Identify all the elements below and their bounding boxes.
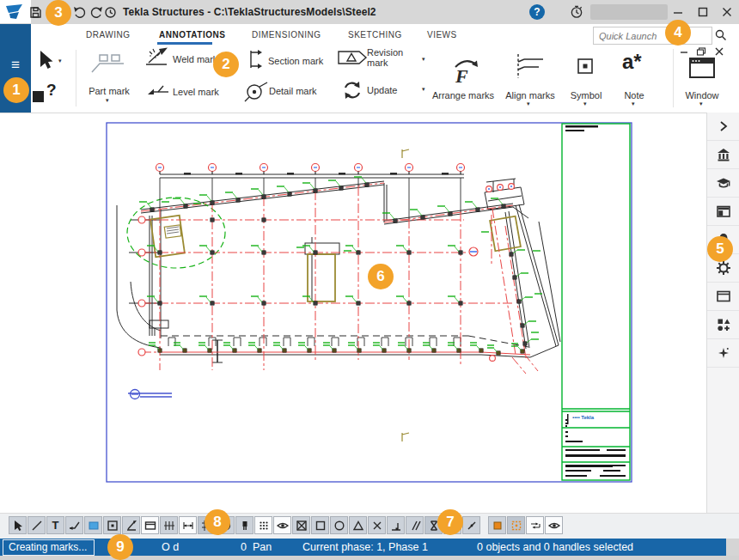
drawing-restore-button[interactable]: [696, 47, 706, 56]
part-mark-caret[interactable]: ▾: [106, 97, 109, 103]
minimize-button[interactable]: [671, 5, 685, 19]
snap-hidden-b-button[interactable]: [462, 516, 480, 534]
detail-mark-button[interactable]: [243, 81, 269, 103]
tab-dimensioning[interactable]: DIMENSIONING: [252, 30, 321, 40]
toolbar-leader-button[interactable]: [65, 516, 83, 534]
toolbar-symbol-button[interactable]: [103, 516, 121, 534]
snap-free-point-button[interactable]: [507, 516, 525, 534]
part-mark-label: Part mark: [84, 86, 134, 96]
snap-visibility-button[interactable]: [545, 516, 563, 534]
update-icon: [341, 80, 363, 100]
sidebar-warehouse-button[interactable]: [707, 141, 739, 169]
sidebar-components-button[interactable]: [707, 311, 739, 339]
title-bar: Tekla Structures - C:\TeklaStructuresMod…: [0, 0, 739, 25]
toolbar-dimension-button[interactable]: [179, 516, 197, 534]
detail-mark-icon: [243, 81, 269, 103]
note-caret[interactable]: ▾: [632, 100, 635, 107]
update-caret[interactable]: ▾: [422, 86, 425, 92]
level-mark-icon: [146, 83, 170, 99]
snap-perpendicular-button[interactable]: [387, 516, 405, 534]
snap-parallel-button[interactable]: [406, 516, 424, 534]
snap-reference-button[interactable]: [292, 516, 310, 534]
quick-launch-box: [593, 27, 712, 45]
symbol-small-icon: [107, 520, 119, 532]
sidebar-learning-button[interactable]: [707, 169, 739, 198]
sidebar-drawing-window-button[interactable]: [707, 283, 739, 311]
tab-annotations[interactable]: ANNOTATIONS: [159, 30, 225, 40]
toolbar-visibility-button[interactable]: [273, 516, 291, 534]
tekla-logo-button[interactable]: [0, 0, 31, 23]
tab-drawing[interactable]: DRAWING: [86, 30, 130, 40]
undo-button[interactable]: [73, 5, 87, 19]
window-caret[interactable]: ▾: [699, 100, 703, 107]
snap-cross-button[interactable]: [368, 516, 386, 534]
quick-launch-input[interactable]: [594, 28, 712, 45]
sidebar-assistant-button[interactable]: [707, 339, 739, 368]
snap-orange-point-button[interactable]: [488, 516, 506, 534]
snap-circle-button[interactable]: [330, 516, 348, 534]
trial-timer-button[interactable]: [570, 4, 583, 18]
align-marks-button[interactable]: [515, 53, 546, 79]
toolbar-plug-button[interactable]: [235, 516, 253, 534]
file-menu-tile[interactable]: [0, 24, 31, 46]
snap-square-icon: [315, 520, 327, 532]
toolbar-pattern-button[interactable]: [254, 516, 272, 534]
tab-sketching[interactable]: SKETCHING: [348, 30, 402, 40]
quick-launch-search-button[interactable]: [714, 28, 728, 42]
drawing-close-button[interactable]: [714, 47, 724, 56]
snap-triangle-button[interactable]: [349, 516, 367, 534]
sidebar-expand-button[interactable]: [707, 113, 739, 141]
revision-cloud: [127, 198, 225, 268]
maximize-icon: [697, 6, 709, 18]
part-mark-icon: [89, 53, 129, 74]
menu-button[interactable]: ≡: [7, 57, 24, 74]
symbol-caret[interactable]: ▾: [583, 100, 587, 107]
redo-button[interactable]: [89, 5, 103, 19]
revision-mark-caret[interactable]: ▾: [422, 56, 425, 62]
window-button[interactable]: [688, 57, 716, 79]
sidebar-layout-button[interactable]: [707, 198, 739, 226]
graduation-cap-icon: [716, 175, 731, 191]
snap-arrows-button[interactable]: [526, 516, 544, 534]
toolbar-grid-dimension-button[interactable]: [160, 516, 178, 534]
toolbar-text-button[interactable]: T: [46, 516, 64, 534]
search-icon: [714, 28, 728, 42]
tab-views[interactable]: VIEWS: [427, 30, 457, 40]
drawing-view[interactable]: ▪▪▪▪ Tekla: [0, 113, 706, 513]
arrange-marks-button[interactable]: F: [449, 58, 483, 86]
revision-mark-button[interactable]: [337, 49, 368, 66]
drawing-canvas[interactable]: ▪▪▪▪ Tekla: [0, 113, 706, 513]
select-assembly-icon[interactable]: [33, 91, 44, 102]
toolbar-line-button[interactable]: [27, 516, 46, 534]
part-mark-button[interactable]: [89, 53, 129, 74]
symbol-label: Symbol: [563, 90, 609, 100]
help-button[interactable]: ?: [529, 4, 545, 20]
close-button[interactable]: [720, 5, 734, 19]
user-account-redacted[interactable]: [590, 4, 668, 20]
drawing-minimize-button[interactable]: [679, 47, 689, 56]
snap-square-button[interactable]: [311, 516, 329, 534]
section-mark-button[interactable]: [244, 48, 263, 70]
toolbar-filled-area-button[interactable]: [84, 516, 102, 534]
snap-diagonal-icon: [466, 520, 478, 532]
shapes-icon: [716, 317, 731, 332]
save-button[interactable]: [28, 5, 42, 19]
toolbar-window-button[interactable]: [141, 516, 159, 534]
toolbar-weld-button[interactable]: [122, 516, 140, 534]
history-button[interactable]: [103, 5, 117, 19]
align-marks-caret[interactable]: ▾: [527, 100, 530, 107]
help-glyph: ?: [534, 6, 540, 18]
level-mark-button[interactable]: [146, 83, 170, 99]
update-button[interactable]: [341, 80, 363, 100]
toolbar-select-button[interactable]: [9, 516, 27, 534]
select-cursor-button[interactable]: [36, 50, 55, 72]
cursor-dropdown-caret[interactable]: ▾: [58, 58, 62, 64]
weld-mark-button[interactable]: [144, 47, 172, 66]
gear-icon: [716, 260, 731, 276]
note-button[interactable]: a*: [622, 50, 642, 74]
symbol-button[interactable]: [577, 58, 594, 75]
window-outline-icon: [716, 289, 731, 303]
maximize-button[interactable]: [696, 5, 710, 19]
select-help-glyph[interactable]: ?: [46, 81, 57, 100]
close-icon: [721, 6, 733, 18]
